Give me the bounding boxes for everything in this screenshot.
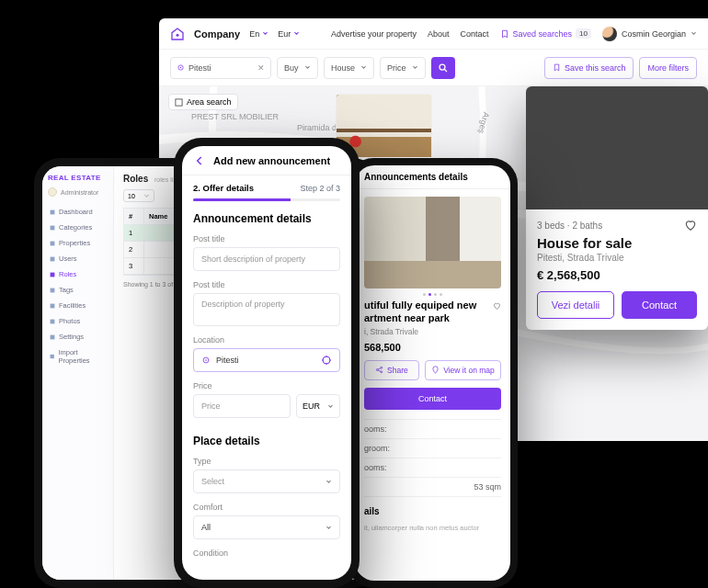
map-pin-icon	[431, 366, 440, 374]
more-filters-button[interactable]: More filters	[639, 57, 697, 79]
sidebar-item-categories[interactable]: Categories	[48, 220, 108, 235]
spec-row: 53 sqm	[364, 478, 501, 497]
chevron-down-icon	[327, 403, 334, 410]
admin-sidebar: REAL ESTATE Administrator Dashboard Cate…	[42, 166, 114, 580]
post-title-label: Post title	[193, 234, 340, 243]
comfort-select[interactable]: All	[193, 515, 340, 539]
listing-location: Pitesti, Strada Trivale	[537, 253, 697, 263]
bookmark-icon	[553, 63, 561, 72]
currency-select[interactable]: EUR	[296, 394, 340, 418]
bookmark-icon	[500, 29, 509, 39]
buy-dropdown[interactable]: Buy	[277, 57, 318, 79]
nav-contact[interactable]: Contact	[460, 29, 488, 39]
svg-rect-4	[176, 98, 182, 105]
location-label: Location	[193, 335, 340, 345]
user-dot-icon	[48, 187, 57, 197]
section-place: Place details	[193, 435, 340, 447]
chevron-down-icon	[325, 525, 332, 531]
section-announcement: Announcement details	[193, 212, 340, 225]
contact-button[interactable]: Contact	[622, 291, 697, 319]
language-switch[interactable]: En	[249, 29, 268, 39]
detail-phone: Announcements details utiful fully equip…	[348, 158, 518, 588]
sidebar-item-dashboard[interactable]: Dashboard	[48, 204, 108, 220]
type-select[interactable]: Select	[193, 469, 340, 493]
step-count: Step 2 of 3	[300, 184, 340, 193]
contact-button[interactable]: Contact	[364, 388, 501, 410]
admin-brand: REAL ESTATE	[48, 174, 108, 182]
chevron-down-icon	[325, 479, 332, 485]
user-menu[interactable]: Cosmin Georgian	[602, 27, 697, 41]
sidebar-item-tags[interactable]: Tags	[48, 282, 108, 298]
map-poi: Piramida d	[297, 123, 337, 132]
sidebar-item-import[interactable]: Import Properties	[48, 345, 108, 368]
sidebar-item-users[interactable]: Users	[48, 251, 108, 266]
saved-count-badge: 10	[576, 28, 591, 39]
nav-advertise[interactable]: Advertise your property	[331, 29, 417, 39]
view-on-map-button[interactable]: View it on map	[425, 360, 501, 380]
listing-card: 3 beds · 2 baths House for sale Pitesti,…	[526, 86, 708, 330]
currency-switch[interactable]: Eur	[278, 29, 300, 39]
svg-point-20	[323, 356, 330, 364]
svg-rect-13	[51, 334, 55, 339]
sidebar-item-facilities[interactable]: Facilities	[48, 298, 108, 313]
heart-icon[interactable]	[684, 219, 697, 232]
type-label: Type	[193, 457, 340, 466]
price-input[interactable]: Price	[193, 394, 291, 418]
sidebar-item-properties[interactable]: Properties	[48, 235, 108, 251]
svg-rect-6	[51, 225, 55, 230]
brand-name: Company	[194, 28, 240, 40]
comfort-label: Comfort	[193, 503, 340, 512]
sidebar-item-settings[interactable]: Settings	[48, 329, 108, 345]
back-icon[interactable]	[193, 154, 206, 167]
price-dropdown[interactable]: Price	[380, 57, 426, 79]
step-label: 2. Offer details	[193, 183, 254, 193]
location-input[interactable]: Pitesti	[193, 348, 340, 372]
sidebar-item-photos[interactable]: Photos	[48, 313, 108, 329]
search-icon	[438, 62, 449, 74]
search-bar: Pitesti ✕ Buy House Price Save this sear…	[159, 50, 708, 86]
admin-user[interactable]: Administrator	[48, 187, 108, 197]
area-search-button[interactable]: Area search	[168, 94, 238, 110]
detail-title: utiful fully equiped new artment near pa…	[364, 300, 493, 325]
details-button[interactable]: Vezi detalii	[537, 291, 614, 319]
svg-rect-8	[51, 256, 55, 261]
form-title: Add new announcement	[213, 155, 330, 166]
saved-searches[interactable]: Saved searches 10	[500, 28, 591, 39]
share-button[interactable]: Share	[364, 360, 419, 380]
nav-about[interactable]: About	[428, 29, 450, 39]
sidebar-item-roles[interactable]: Roles	[48, 266, 108, 282]
save-search-button[interactable]: Save this search	[544, 57, 634, 79]
form-phone: Add new announcement 2. Offer details St…	[174, 138, 360, 588]
listing-title: House for sale	[537, 235, 697, 251]
svg-rect-9	[51, 272, 55, 277]
post-body-label: Post title	[193, 280, 340, 289]
type-dropdown[interactable]: House	[324, 57, 374, 79]
details-heading: ails	[364, 506, 501, 516]
post-title-input[interactable]: Short description of property	[193, 247, 340, 271]
search-button[interactable]	[431, 57, 455, 79]
listing-photo	[526, 86, 708, 209]
locate-icon[interactable]	[321, 355, 332, 366]
location-input[interactable]: Pitesti ✕	[170, 57, 271, 79]
svg-rect-7	[51, 241, 55, 245]
col-number[interactable]: #	[124, 209, 144, 224]
detail-photo[interactable]	[364, 197, 501, 288]
per-page-select[interactable]: 10	[123, 189, 154, 202]
svg-point-19	[205, 359, 207, 361]
logo-icon	[170, 27, 185, 41]
clear-icon[interactable]: ✕	[257, 63, 265, 73]
polygon-icon	[175, 98, 183, 107]
condition-label: Condition	[193, 548, 340, 558]
post-body-input[interactable]: Description of property	[193, 293, 340, 326]
svg-point-0	[176, 33, 178, 36]
svg-rect-11	[51, 303, 55, 308]
detail-header: Announcements details	[355, 165, 510, 189]
spec-row: ooms:	[364, 419, 501, 439]
map-poi: PREST SRL MOBILIER	[191, 112, 279, 121]
heart-icon[interactable]	[493, 300, 501, 312]
target-icon	[201, 356, 211, 365]
detail-location: i, Strada Trivale	[364, 327, 501, 336]
chevron-down-icon	[691, 30, 697, 37]
target-icon	[177, 63, 185, 72]
svg-point-3	[440, 64, 445, 70]
